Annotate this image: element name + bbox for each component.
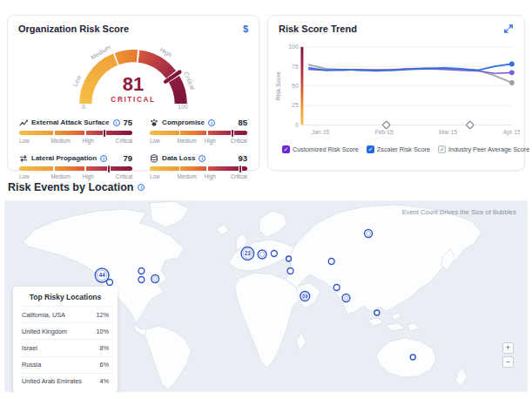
y-tick-label: 100 (288, 44, 299, 50)
y-tick-label: 50 (292, 83, 299, 89)
factor-name: Compromise (162, 118, 205, 126)
external-attack-surface-icon (19, 118, 28, 127)
zscaler-risk-score-checkbox[interactable] (367, 145, 374, 153)
map-bubble[interactable] (271, 251, 277, 257)
key-event-marker[interactable] (382, 121, 390, 129)
series-end-dot[interactable] (509, 70, 515, 75)
location-name: California, USA (22, 311, 65, 319)
info-icon[interactable] (100, 155, 107, 162)
gauge-max: 100 (178, 104, 188, 111)
bubble-count: 23 (245, 250, 251, 256)
x-tick-label: Mar 15 (439, 129, 457, 135)
factor-score-bar (150, 131, 247, 135)
factor-value: 85 (238, 118, 247, 127)
map-bubble[interactable]: 23 (241, 247, 254, 260)
location-name: Israel (22, 344, 37, 352)
map-bubble[interactable] (374, 310, 380, 315)
legend-label: Customized Risk Score (293, 145, 359, 153)
series-line (309, 64, 512, 83)
map-bubble[interactable] (287, 268, 293, 274)
top-risky-locations-card: Top Risky Locations California, USA12%Un… (13, 287, 118, 392)
org-card-title: Organization Risk Score (18, 24, 129, 34)
risk-events-map-panel: 442329 Event Count Drives the Size of Bu… (4, 200, 528, 392)
risk-gauge: Low Medium High Critical 0 100 81 CRITIC… (8, 35, 259, 113)
location-percent: 8% (99, 344, 109, 352)
top-risky-row: United Arab Emirates4% (21, 374, 110, 389)
series-end-dot[interactable] (509, 80, 515, 85)
location-percent: 12% (96, 311, 109, 319)
legend-customized-risk-score: Customized Risk Score (282, 145, 359, 153)
continent-shape (296, 333, 306, 351)
map-bubble[interactable] (410, 355, 415, 360)
map-zoom-controls: + − (502, 342, 514, 368)
map-zoom-out-button[interactable]: − (502, 356, 514, 368)
continent-shape (150, 201, 188, 227)
info-icon[interactable] (113, 119, 120, 126)
map-bubble[interactable] (342, 294, 350, 302)
x-tick-label: Jan 15 (312, 129, 330, 135)
gauge-band-high (139, 57, 172, 75)
location-name: Russia (22, 361, 41, 369)
factor-score-bar (19, 131, 132, 135)
factor-score-marker (103, 129, 106, 138)
continent-shape (259, 211, 286, 237)
series-line (309, 64, 512, 71)
map-bubble[interactable] (365, 230, 373, 238)
info-icon[interactable] (199, 155, 205, 162)
dollar-icon[interactable]: $ (243, 24, 248, 34)
location-percent: 6% (99, 361, 109, 369)
map-zoom-in-button[interactable]: + (502, 342, 514, 354)
gauge-label-low: Low (72, 74, 84, 88)
factor-value: 93 (238, 153, 247, 163)
map-bubble[interactable] (107, 280, 113, 286)
factor-value: 79 (124, 153, 133, 163)
continent-shape (376, 338, 436, 377)
legend-label: Zscaler Risk Score (377, 145, 430, 153)
factor-data-loss: Data Loss93LowMediumHighCritical (150, 153, 247, 181)
info-icon[interactable] (138, 184, 145, 191)
trend-card-title: Risk Score Trend (279, 24, 357, 34)
factor-score-bar (19, 166, 132, 171)
map-bubble[interactable] (286, 256, 292, 261)
map-bubble[interactable] (328, 259, 334, 265)
organization-risk-score-card: Organization Risk Score $ Low Medium Hig… (7, 15, 259, 171)
map-bubble[interactable] (258, 250, 266, 259)
y-tick-label: 75 (292, 64, 299, 70)
expand-icon[interactable] (503, 24, 514, 34)
factor-score-bar (150, 166, 247, 171)
key-event-marker[interactable] (466, 121, 474, 129)
compromise-icon (150, 118, 158, 127)
data-loss-icon (150, 154, 158, 163)
continent-shape (216, 225, 229, 235)
continent-shape (455, 369, 467, 386)
bubble-count: 29 (303, 294, 308, 299)
map-bubble[interactable] (138, 277, 145, 283)
location-name: United Kingdom (22, 328, 67, 335)
gauge-min: 0 (82, 104, 85, 111)
continent-shape (367, 313, 419, 331)
trend-y-axis-label: Risk Score (275, 71, 281, 100)
gauge-band-medium (117, 56, 137, 58)
gauge-status: CRITICAL (111, 96, 155, 104)
map-bubble[interactable] (152, 275, 159, 283)
legend-label: Industry Peer Average Score (448, 145, 529, 153)
factor-score-marker (231, 129, 234, 138)
series-end-dot[interactable] (509, 61, 515, 66)
continent-shape (235, 273, 300, 368)
continent-shape (132, 323, 147, 336)
trend-legend: Customized Risk Score Zscaler Risk Score… (268, 144, 524, 153)
factor-lateral-propagation: Lateral Propagation79LowMediumHighCritic… (19, 153, 132, 181)
customized-risk-score-checkbox[interactable] (282, 145, 290, 153)
industry-peer-average-checkbox[interactable] (438, 145, 446, 153)
map-bubble[interactable]: 29 (300, 292, 310, 301)
legend-zscaler-risk-score: Zscaler Risk Score (367, 145, 430, 153)
x-tick-label: Apr 15 (503, 129, 520, 136)
location-percent: 4% (99, 377, 109, 385)
map-bubble[interactable] (138, 268, 145, 274)
top-risky-row: California, USA12% (21, 307, 110, 323)
bubble-count: 44 (98, 272, 105, 278)
map-bubble[interactable] (333, 285, 340, 291)
trend-chart: 0255075100Jan 15Feb 15Mar 15Apr 15 Risk … (273, 35, 520, 144)
info-icon[interactable] (208, 119, 215, 126)
factor-external-attack-surface: External Attack Surface75LowMediumHighCr… (19, 118, 132, 145)
